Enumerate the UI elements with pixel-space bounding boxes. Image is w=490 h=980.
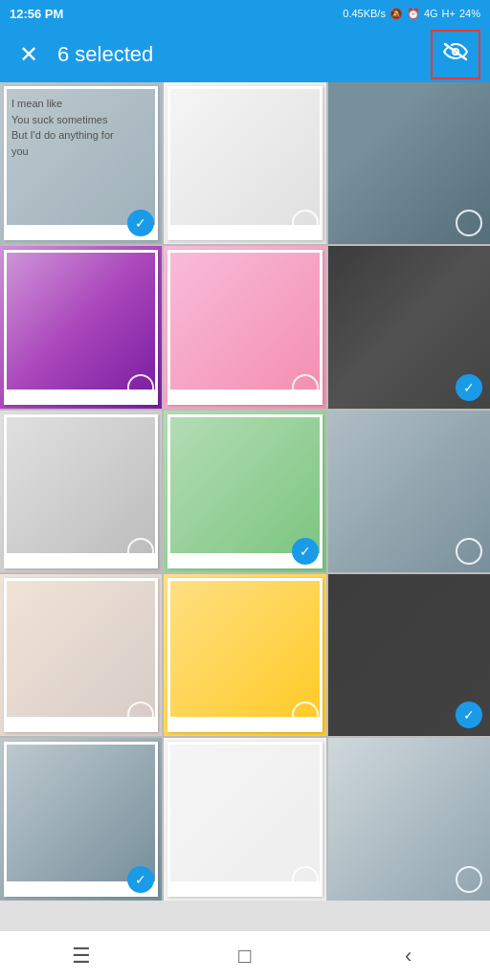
unselected-check[interactable] (292, 702, 319, 728)
grid-item[interactable] (0, 574, 162, 736)
checkmark-icon: ✓ (463, 381, 475, 394)
wifi-icon: H+ (442, 8, 456, 19)
selected-check[interactable]: ✓ (292, 538, 319, 565)
grid-item[interactable] (328, 738, 490, 900)
network-speed: 0.45KB/s (343, 8, 386, 19)
status-icons: 0.45KB/s 🔕 ⏰ 4G H+ 24% (343, 8, 480, 20)
grid-item[interactable] (0, 246, 162, 408)
checkmark-icon: ✓ (300, 545, 311, 558)
grid-item[interactable]: ✓ (0, 738, 162, 900)
menu-icon: ☰ (72, 944, 91, 969)
back-icon: ‹ (405, 944, 412, 969)
clock-icon: ⏰ (407, 8, 420, 20)
grid-item[interactable]: ✓ (164, 411, 325, 572)
checkmark-icon: ✓ (135, 216, 146, 230)
grid-item[interactable]: ✓ (328, 246, 490, 408)
top-action-bar: ✕ 6 selected (0, 27, 490, 82)
grid-item[interactable] (164, 246, 325, 408)
close-icon: ✕ (19, 41, 38, 68)
unselected-check[interactable] (292, 210, 319, 236)
unselected-check[interactable] (456, 538, 482, 565)
menu-button[interactable]: ☰ (64, 939, 99, 973)
unselected-check[interactable] (127, 374, 154, 401)
home-button[interactable]: □ (228, 939, 262, 973)
grid-item[interactable] (164, 82, 325, 244)
battery-icon: 24% (459, 8, 480, 19)
unselected-check[interactable] (456, 866, 482, 893)
close-button[interactable]: ✕ (10, 35, 48, 74)
photo-grid: I mean likeYou suck sometimesBut I'd do … (0, 82, 490, 901)
photo-grid-area: I mean likeYou suck sometimesBut I'd do … (0, 82, 490, 930)
alarm-icon: 🔕 (390, 8, 403, 20)
signal-4g-icon: 4G (424, 8, 438, 19)
status-time: 12:56 PM (10, 7, 63, 21)
grid-item[interactable] (0, 411, 162, 572)
unselected-check[interactable] (292, 374, 319, 401)
grid-item[interactable]: I mean likeYou suck sometimesBut I'd do … (0, 82, 162, 244)
unselected-check[interactable] (292, 866, 319, 893)
bottom-navigation: ☰ □ ‹ (0, 930, 490, 980)
eye-slash-icon (443, 42, 468, 67)
selected-check[interactable]: ✓ (456, 374, 482, 401)
selected-count-title: 6 selected (48, 42, 431, 67)
grid-item[interactable] (328, 82, 490, 244)
selected-check[interactable]: ✓ (127, 866, 154, 893)
grid-item[interactable]: ✓ (328, 574, 490, 736)
grid-item[interactable] (164, 738, 325, 900)
back-button[interactable]: ‹ (391, 939, 426, 973)
grid-item[interactable] (164, 574, 325, 736)
grid-item[interactable] (328, 411, 490, 572)
checkmark-icon: ✓ (135, 873, 146, 886)
hide-button[interactable] (431, 30, 480, 79)
status-bar: 12:56 PM 0.45KB/s 🔕 ⏰ 4G H+ 24% (0, 0, 490, 27)
checkmark-icon: ✓ (463, 708, 475, 722)
home-icon: □ (238, 944, 251, 969)
